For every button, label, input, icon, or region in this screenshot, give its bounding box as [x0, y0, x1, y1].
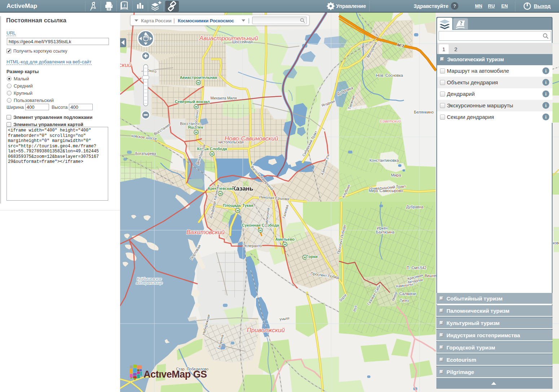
svg-text:Эсперанто: Эсперанто [243, 244, 262, 248]
svg-text:ActıveMap GS: ActıveMap GS [144, 369, 207, 380]
svg-text:Вишнев: Вишнев [425, 274, 438, 278]
svg-text:Вахитовский: Вахитовский [186, 229, 225, 236]
svg-text:П. Смп-542: П. Смп-542 [407, 266, 427, 270]
svg-text:Кремлевская: Кремлевская [208, 186, 233, 191]
svg-text:Дубравна: Дубравна [406, 205, 423, 209]
svg-text:Мира: Мира [369, 189, 378, 193]
svg-text:Мира: Мира [391, 173, 401, 177]
svg-text:М: М [195, 131, 198, 134]
svg-text:Михаила Миля: Михаила Миля [211, 96, 237, 100]
svg-text:М: М [219, 192, 222, 195]
svg-text:Константиновка: Константиновка [369, 158, 399, 162]
svg-text:М: М [197, 81, 200, 84]
svg-text:Белянкино: Белянкино [414, 110, 434, 114]
svg-text:М: М [237, 209, 239, 212]
svg-text:Суконная Слобода: Суконная Слобода [242, 223, 280, 227]
svg-text:водохранилище: водохранилище [136, 281, 163, 285]
svg-text:Авиастроительная: Авиастроительная [180, 75, 217, 80]
svg-text:Салмачи: Салмачи [399, 291, 416, 296]
svg-text:Куйбышевское: Куйбышевское [137, 277, 162, 281]
svg-text:i: i [124, 3, 126, 7]
svg-text:Казань: Казань [232, 185, 254, 192]
svg-text:Северный вокзал: Северный вокзал [175, 99, 210, 104]
svg-text:Шоссейная: Шоссейная [232, 40, 253, 44]
svg-text:ский: ский [120, 62, 132, 68]
svg-text:чистопольская: чистопольская [218, 140, 244, 144]
svg-text:ково: ково [553, 241, 559, 245]
svg-text:Нов. Сосновка: Нов. Сосновка [376, 73, 404, 77]
svg-text:М: М [211, 152, 214, 156]
svg-text:Богатырева: Богатырева [135, 151, 156, 156]
svg-text:М: М [304, 256, 306, 259]
svg-text:Аметьево: Аметьево [275, 237, 295, 241]
svg-text:М: М [259, 229, 262, 232]
svg-text:Горки: Горки [306, 254, 317, 259]
svg-text:Тигез: Тигез [400, 299, 409, 303]
svg-text:Приволжский: Приволжский [247, 327, 285, 334]
svg-text:М: М [195, 105, 198, 108]
svg-text:М: М [284, 243, 286, 246]
svg-text:?: ? [460, 20, 463, 26]
svg-text:Советский: Советский [380, 119, 401, 123]
svg-text:Самосырово: Самосырово [379, 188, 403, 193]
svg-text:Бахтизина: Бахтизина [376, 230, 395, 234]
svg-text:Площадь Тукая: Площадь Тукая [223, 203, 253, 208]
